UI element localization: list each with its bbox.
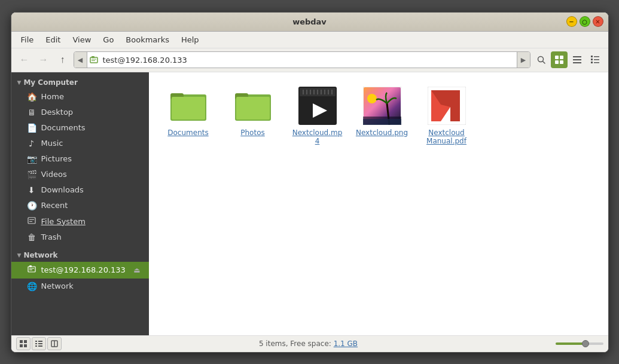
video-file-icon [298, 87, 337, 125]
minimize-button[interactable]: − [566, 16, 577, 27]
statusbar-grid-button[interactable] [16, 337, 31, 350]
svg-rect-8 [555, 60, 559, 64]
close-button[interactable]: ✕ [593, 16, 603, 27]
sidebar-item-filesystem[interactable]: File System [11, 213, 149, 230]
sidebar-item-home-label: Home [41, 92, 143, 101]
file-label-nextcloud-mp4[interactable]: Nextcloud.mp4 [291, 129, 344, 145]
svg-rect-55 [20, 340, 23, 343]
folder-photos-icon [234, 87, 272, 125]
svg-rect-64 [38, 345, 42, 347]
videos-icon: 🎬 [27, 170, 36, 179]
main-window: webdav − ○ ✕ File Edit View Go Bookmarks… [11, 12, 609, 353]
sidebar-section-network-header[interactable]: ▼ Network [11, 247, 149, 262]
svg-rect-0 [90, 57, 97, 63]
network-icon: 🌐 [27, 282, 36, 291]
forward-button[interactable]: → [35, 51, 52, 68]
search-button[interactable] [533, 51, 550, 68]
svg-rect-6 [555, 56, 559, 59]
sidebar-item-pictures[interactable]: 📷 Pictures [11, 151, 149, 167]
file-label-documents[interactable]: Documents [167, 129, 208, 137]
sidebar-item-downloads[interactable]: ⬇ Downloads [11, 182, 149, 198]
location-text[interactable]: test@192.168.20.133 [100, 56, 517, 65]
svg-rect-59 [35, 341, 37, 342]
up-button[interactable]: ↑ [54, 51, 71, 68]
sidebar-item-videos-label: Videos [41, 170, 143, 179]
music-icon: ♪ [27, 139, 36, 148]
folder-documents-icon [169, 87, 208, 125]
svg-rect-18 [594, 62, 599, 63]
image-file-icon [363, 87, 401, 125]
statusbar-tree-button[interactable] [32, 337, 46, 350]
sidebar-section-mycomputer: ▼ My Computer 🏠 Home 🖥 Desktop 📄 Documen… [11, 75, 149, 245]
svg-rect-56 [24, 340, 27, 343]
file-item-documents[interactable]: Documents [158, 82, 218, 150]
titlebar: webdav − ○ ✕ [11, 13, 608, 32]
zoom-slider-track[interactable] [556, 342, 603, 345]
file-item-nextcloud-mp4[interactable]: Nextcloud.mp4 [288, 82, 347, 150]
sidebar-item-documents[interactable]: 📄 Documents [11, 120, 149, 136]
location-next-button[interactable]: ▶ [517, 52, 530, 68]
sidebar-item-downloads-label: Downloads [41, 185, 143, 194]
sidebar-item-network[interactable]: 🌐 Network [11, 279, 149, 294]
svg-rect-7 [560, 56, 563, 59]
svg-line-5 [542, 62, 545, 64]
sidebar-item-trash-label: Trash [41, 233, 143, 241]
documents-icon: 📄 [27, 123, 36, 133]
downloads-icon: ⬇ [27, 185, 36, 195]
menu-edit[interactable]: Edit [41, 33, 65, 46]
file-item-nextcloud-png[interactable]: Nextcloud.png [352, 82, 412, 150]
file-item-nextcloud-pdf[interactable]: Nextcloud Manual.pdf [417, 82, 477, 150]
recent-icon: 🕐 [27, 201, 36, 210]
sidebar-item-trash[interactable]: 🗑 Trash [11, 230, 149, 245]
svg-rect-9 [560, 60, 563, 64]
sidebar-item-music[interactable]: ♪ Music [11, 136, 149, 151]
svg-rect-61 [35, 343, 37, 344]
zoom-slider-thumb[interactable] [582, 340, 589, 347]
file-area: Documents Photos [149, 72, 608, 335]
menu-view[interactable]: View [68, 33, 96, 46]
file-item-photos[interactable]: Photos [223, 82, 283, 150]
menu-go[interactable]: Go [98, 33, 118, 46]
sidebar-item-pictures-label: Pictures [41, 154, 143, 163]
trash-icon: 🗑 [27, 233, 36, 242]
svg-point-46 [367, 94, 377, 103]
file-label-photos[interactable]: Photos [240, 129, 264, 137]
sidebar-section-mycomputer-header[interactable]: ▼ My Computer [11, 75, 149, 89]
svg-rect-16 [594, 59, 599, 60]
sidebar: ▼ My Computer 🏠 Home 🖥 Desktop 📄 Documen… [11, 72, 149, 335]
location-prev-button[interactable]: ◀ [74, 52, 87, 68]
back-button[interactable]: ← [16, 51, 33, 68]
zoom-slider-fill [556, 342, 584, 345]
compact-view-button[interactable] [569, 51, 586, 68]
sidebar-item-webdav-label: test@192.168.20.133 [41, 265, 127, 274]
menu-help[interactable]: Help [176, 33, 204, 46]
statusbar-view-buttons [16, 337, 62, 350]
chevron-down-icon-network: ▼ [17, 252, 22, 258]
sidebar-item-network-label: Network [41, 282, 143, 290]
sidebar-item-home[interactable]: 🏠 Home [11, 89, 149, 105]
svg-rect-1 [92, 56, 94, 58]
sidebar-item-videos[interactable]: 🎬 Videos [11, 167, 149, 182]
sidebar-item-webdav[interactable]: test@192.168.20.133 ⏏ [11, 262, 149, 279]
svg-rect-31 [236, 97, 270, 120]
menu-file[interactable]: File [16, 33, 39, 46]
maximize-button[interactable]: ○ [580, 16, 590, 27]
svg-rect-17 [591, 62, 593, 63]
toolbar: ← → ↑ ◀ test@192.168.20.133 ▶ [11, 48, 608, 72]
statusbar: 5 items, Free space: 1.1 GB [11, 335, 608, 352]
sidebar-item-desktop[interactable]: 🖥 Desktop [11, 105, 149, 120]
statusbar-panel-button[interactable] [47, 337, 62, 350]
grid-view-button[interactable] [551, 51, 568, 68]
statusbar-free-space: 1.1 GB [334, 339, 358, 348]
sidebar-item-recent[interactable]: 🕐 Recent [11, 198, 149, 213]
file-label-nextcloud-pdf[interactable]: Nextcloud Manual.pdf [420, 129, 473, 145]
menu-bookmarks[interactable]: Bookmarks [121, 33, 174, 46]
location-type-icon [87, 56, 100, 64]
svg-rect-63 [35, 345, 37, 347]
file-label-nextcloud-png[interactable]: Nextcloud.png [356, 129, 408, 137]
eject-button[interactable]: ⏏ [131, 265, 142, 276]
svg-rect-11 [573, 59, 581, 60]
svg-rect-12 [573, 62, 581, 63]
home-icon: 🏠 [27, 92, 36, 102]
list-view-button[interactable] [587, 51, 603, 68]
